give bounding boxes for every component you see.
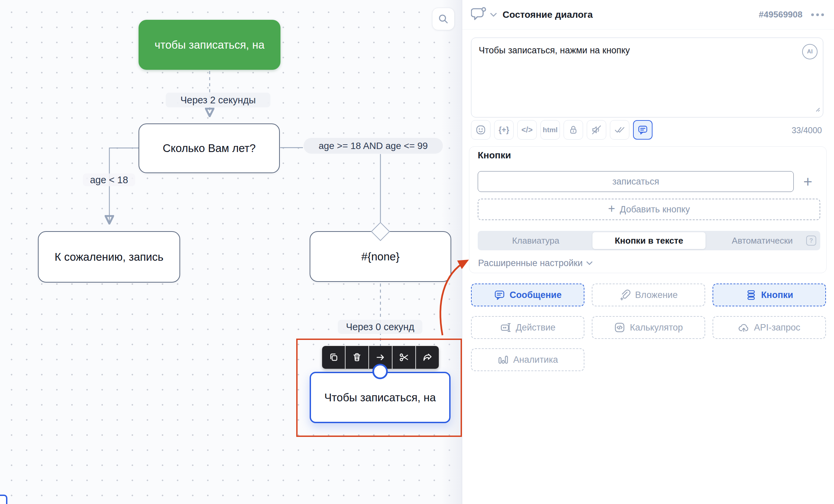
variable-glyph: {+} — [499, 126, 509, 135]
arrow-right-icon — [375, 352, 386, 363]
flow-node-selected[interactable]: Чтобы записаться, на — [310, 372, 451, 423]
lock-button[interactable] — [564, 120, 583, 139]
message-text: Чтобы записаться, нажми на кнопку — [479, 45, 630, 56]
block-action-button[interactable]: Действие — [471, 316, 585, 339]
ai-label: AI — [807, 48, 813, 55]
code-button[interactable]: </> — [517, 120, 537, 139]
edge-condition-age-lt: age < 18 — [83, 174, 135, 186]
block-label: Сообщение — [510, 290, 562, 300]
flow-canvas[interactable]: чтобы записаться, на Через 2 секунды Ско… — [0, 0, 462, 504]
copy-icon — [328, 352, 339, 363]
tab-automatic[interactable]: Автоматически — [705, 232, 819, 249]
block-label: Кнопки — [761, 290, 793, 300]
paperclip-icon — [619, 289, 631, 301]
char-counter: 33/4000 — [792, 126, 822, 135]
advanced-settings-toggle[interactable]: Расширенные настройки — [478, 258, 593, 268]
panel-header: Состояние диалога #49569908 — [462, 0, 834, 29]
block-label: API-запрос — [754, 323, 800, 333]
add-button-plus[interactable]: + — [795, 171, 820, 192]
buttons-card: Кнопки записаться + + Добавить кнопку Кл… — [469, 146, 827, 273]
block-buttons-button[interactable]: Кнопки — [712, 284, 826, 306]
code-glyph: </> — [521, 126, 532, 135]
canvas-search-button[interactable] — [432, 8, 455, 30]
cut-node-button[interactable] — [393, 346, 416, 369]
double-check-icon — [614, 125, 626, 135]
trash-icon — [352, 352, 362, 363]
html-glyph: html — [543, 126, 557, 134]
add-button-dashed[interactable]: + Добавить кнопку — [478, 199, 820, 220]
state-settings-panel: Состояние диалога #49569908 Чтобы записа… — [462, 0, 834, 504]
block-api-button[interactable]: API-запрос — [712, 316, 826, 339]
block-analytics-button[interactable]: Аналитика — [471, 348, 585, 371]
tab-label: Кнопки в тексте — [615, 236, 683, 246]
tab-keyboard[interactable]: Клавиатура — [479, 232, 592, 249]
plus-glyph: + — [804, 173, 813, 191]
share-forward-icon — [422, 352, 433, 363]
state-type-dropdown[interactable] — [490, 13, 497, 17]
tab-inline-buttons[interactable]: Кнопки в тексте — [592, 232, 706, 249]
buttons-mode-tabs: Клавиатура Кнопки в тексте Автоматически… — [478, 231, 820, 250]
block-label: Вложение — [635, 290, 678, 300]
double-check-button[interactable] — [610, 120, 629, 139]
node-label: чтобы записаться, на — [155, 39, 265, 51]
stacked-buttons-icon — [745, 289, 757, 301]
bar-chart-icon — [498, 354, 509, 366]
ai-assistant-button[interactable]: AI — [802, 44, 817, 59]
node-label: Сколько Вам лет? — [163, 142, 256, 155]
emoji-button[interactable] — [471, 120, 490, 139]
node-connector-handle[interactable] — [372, 364, 388, 379]
block-label: Действие — [515, 323, 555, 333]
block-attachment-button[interactable]: Вложение — [592, 284, 705, 306]
state-id: #49569908 — [759, 9, 803, 20]
chevron-down-icon — [586, 261, 593, 265]
edge-delay-label-2s[interactable]: Через 2 секунды — [166, 93, 270, 107]
resize-handle[interactable] — [815, 104, 820, 114]
block-message-button[interactable]: Сообщение — [471, 284, 585, 306]
buttons-section-title: Кнопки — [478, 150, 511, 161]
message-bubble-icon — [637, 125, 648, 135]
cloud-upload-icon — [738, 322, 749, 333]
node-label: Чтобы записаться, на — [324, 391, 436, 404]
sound-off-icon — [591, 125, 602, 135]
node-label: К сожалению, запись — [55, 251, 164, 263]
tab-label: Клавиатура — [512, 236, 559, 246]
format-toolbar: {+} </> html — [471, 120, 653, 139]
search-icon — [437, 13, 449, 25]
dialog-state-icon — [471, 7, 486, 22]
flow-node-offscreen[interactable] — [0, 495, 7, 504]
scissors-icon — [398, 352, 409, 363]
more-menu-button[interactable] — [811, 14, 824, 16]
variable-button[interactable]: {+} — [494, 120, 513, 139]
message-text-input[interactable]: Чтобы записаться, нажми на кнопку AI — [471, 38, 823, 117]
edge-delay-text: Через 0 секунд — [346, 322, 414, 332]
share-node-button[interactable] — [416, 346, 439, 369]
add-button-label: Добавить кнопку — [620, 204, 690, 215]
advanced-settings-label: Расширенные настройки — [478, 258, 583, 268]
help-glyph: ? — [810, 237, 813, 244]
tab-label: Автоматически — [732, 236, 793, 246]
code-box-icon — [614, 322, 626, 333]
message-mode-button[interactable] — [633, 120, 653, 139]
delete-node-button[interactable] — [346, 346, 369, 369]
edge-condition-text: age >= 18 AND age <= 99 — [319, 140, 428, 151]
copy-node-button[interactable] — [322, 346, 346, 369]
edge-condition-age-range[interactable]: age >= 18 AND age <= 99 — [304, 138, 443, 154]
block-calculator-button[interactable]: Калькулятор — [592, 316, 705, 339]
robot-icon — [500, 322, 511, 333]
edge-delay-text: Через 2 секунды — [180, 95, 256, 106]
edge-delay-label-0s[interactable]: Через 0 секунд — [338, 320, 422, 334]
sound-off-button[interactable] — [587, 120, 606, 139]
button-value-input[interactable]: записаться — [478, 171, 794, 192]
block-label: Аналитика — [513, 355, 558, 365]
button-value-text: записаться — [612, 176, 659, 187]
block-label: Калькулятор — [630, 323, 683, 333]
help-icon[interactable]: ? — [806, 236, 816, 246]
flow-node-sorry[interactable]: К сожалению, запись — [38, 231, 180, 283]
html-button[interactable]: html — [541, 120, 560, 139]
edge-condition-text: age < 18 — [90, 174, 128, 185]
flow-node-question[interactable]: Сколько Вам лет? — [138, 124, 280, 173]
message-bubble-icon — [494, 289, 505, 301]
flow-node-start[interactable]: чтобы записаться, на — [138, 20, 281, 70]
emoji-icon — [475, 125, 486, 135]
panel-title: Состояние диалога — [503, 9, 593, 20]
